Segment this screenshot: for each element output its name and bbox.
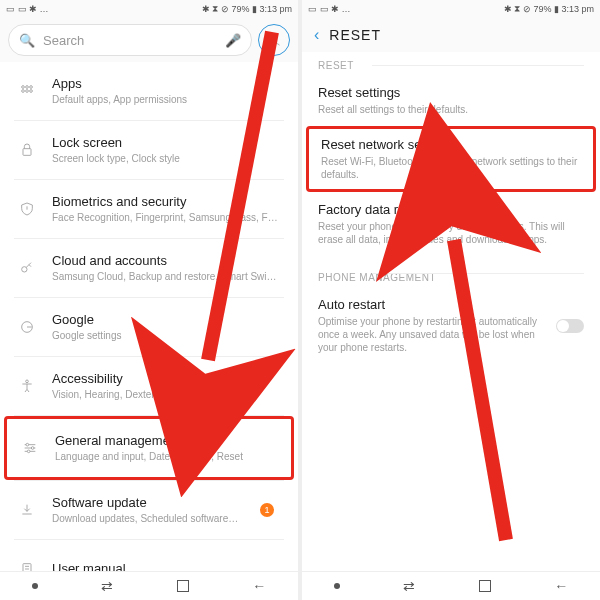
back-button[interactable]: ‹	[314, 26, 319, 44]
nav-bar: ⇄ ←	[0, 571, 298, 600]
highlight-general-management: General managementLanguage and input, Da…	[4, 416, 294, 480]
mic-icon[interactable]: 🎤	[225, 33, 241, 48]
accessibility-icon	[14, 378, 40, 394]
item-title: Accessibility	[52, 371, 284, 387]
nav-bar: ⇄ ←	[302, 571, 600, 600]
section-reset: RESET	[302, 52, 600, 75]
svg-rect-7	[23, 149, 31, 156]
sliders-icon	[17, 440, 43, 456]
settings-screen: ▭ ▭ ✱ … ✱ ⧗ ⊘ 79% ▮ 3:13 pm 🔍 Search 🎤 A…	[0, 0, 298, 600]
search-row: 🔍 Search 🎤	[0, 18, 298, 62]
item-title: Lock screen	[52, 135, 284, 151]
apps-icon	[14, 83, 40, 99]
item-sub: Default apps, App permissions	[52, 93, 284, 106]
item-sub: Reset all settings to their defaults.	[318, 103, 584, 116]
update-badge: 1	[260, 503, 274, 517]
item-sub: Google settings	[52, 329, 284, 342]
item-apps[interactable]: AppsDefault apps, App permissions	[0, 62, 298, 120]
item-sub: Screen lock type, Clock style	[52, 152, 284, 165]
item-sub: Reset your phone to its factory default …	[318, 220, 584, 246]
item-title: Biometrics and security	[52, 194, 284, 210]
nav-back-icon[interactable]: ←	[252, 578, 266, 594]
svg-point-0	[271, 35, 276, 40]
nav-dot[interactable]	[32, 583, 38, 589]
item-cloud[interactable]: Cloud and accountsSamsung Cloud, Backup …	[0, 239, 298, 297]
svg-point-12	[31, 447, 34, 450]
item-title: Auto restart	[318, 297, 544, 312]
person-icon	[266, 32, 282, 48]
item-sub: Reset Wi-Fi, Bluetooth, and other networ…	[321, 155, 581, 181]
item-lock-screen[interactable]: Lock screenScreen lock type, Clock style	[0, 121, 298, 179]
google-icon	[14, 319, 40, 335]
item-general-management[interactable]: General managementLanguage and input, Da…	[7, 419, 291, 477]
page-title: RESET	[329, 27, 381, 43]
item-title: Cloud and accounts	[52, 253, 284, 269]
shield-icon	[14, 201, 40, 217]
settings-list: AppsDefault apps, App permissions Lock s…	[0, 62, 298, 600]
status-bar: ▭ ▭ ✱ … ✱ ⧗ ⊘ 79% ▮ 3:13 pm	[0, 0, 298, 18]
key-icon	[14, 260, 40, 276]
svg-point-6	[30, 90, 33, 93]
header-bar: ‹ RESET	[302, 18, 600, 52]
nav-home-icon[interactable]	[479, 580, 491, 592]
nav-recent-icon[interactable]: ⇄	[101, 578, 113, 594]
profile-button[interactable]	[258, 24, 290, 56]
item-auto-restart[interactable]: Auto restart Optimise your phone by rest…	[302, 287, 600, 364]
item-software-update[interactable]: Software updateDownload updates, Schedul…	[0, 481, 298, 539]
item-sub: Language and input, Date and time, Reset	[55, 450, 277, 463]
search-placeholder: Search	[43, 33, 84, 48]
svg-point-2	[26, 86, 29, 89]
auto-restart-toggle[interactable]	[556, 319, 584, 333]
status-bar: ▭ ▭ ✱ … ✱ ⧗ ⊘ 79% ▮ 3:13 pm	[302, 0, 600, 18]
status-right: ✱ ⧗ ⊘ 79% ▮ 3:13 pm	[202, 4, 292, 15]
svg-point-1	[22, 86, 25, 89]
status-right: ✱ ⧗ ⊘ 79% ▮ 3:13 pm	[504, 4, 594, 15]
nav-recent-icon[interactable]: ⇄	[403, 578, 415, 594]
svg-point-11	[26, 443, 29, 446]
item-reset-settings[interactable]: Reset settings Reset all settings to the…	[302, 75, 600, 126]
svg-point-5	[26, 90, 29, 93]
search-icon: 🔍	[19, 33, 35, 48]
item-factory-reset[interactable]: Factory data reset Reset your phone to i…	[302, 192, 600, 256]
status-left: ▭ ▭ ✱ …	[308, 4, 351, 14]
item-title: Software update	[52, 495, 284, 511]
item-sub: Vision, Hearing, Dexterity and interacti…	[52, 388, 284, 401]
highlight-reset-network: Reset network settings Reset Wi-Fi, Blue…	[306, 126, 596, 192]
svg-point-3	[30, 86, 33, 89]
item-biometrics[interactable]: Biometrics and securityFace Recognition,…	[0, 180, 298, 238]
item-title: General management	[55, 433, 277, 449]
nav-back-icon[interactable]: ←	[554, 578, 568, 594]
item-title: Reset settings	[318, 85, 584, 100]
item-reset-network[interactable]: Reset network settings Reset Wi-Fi, Blue…	[309, 129, 593, 189]
item-title: Google	[52, 312, 284, 328]
item-sub: Samsung Cloud, Backup and restore, Smart…	[52, 270, 284, 283]
svg-point-8	[22, 267, 27, 272]
svg-point-4	[22, 90, 25, 93]
svg-point-13	[27, 450, 30, 453]
item-sub: Download updates, Scheduled software…	[52, 512, 284, 525]
lock-icon	[14, 142, 40, 158]
search-input[interactable]: 🔍 Search 🎤	[8, 24, 252, 56]
download-icon	[14, 502, 40, 518]
nav-home-icon[interactable]	[177, 580, 189, 592]
item-title: Factory data reset	[318, 202, 584, 217]
item-title: Apps	[52, 76, 284, 92]
nav-dot[interactable]	[334, 583, 340, 589]
item-title: Reset network settings	[321, 137, 581, 152]
section-phone-management: PHONE MANAGEMENT	[302, 256, 600, 287]
item-accessibility[interactable]: AccessibilityVision, Hearing, Dexterity …	[0, 357, 298, 415]
svg-point-10	[26, 380, 29, 383]
item-google[interactable]: GoogleGoogle settings	[0, 298, 298, 356]
status-left: ▭ ▭ ✱ …	[6, 4, 49, 14]
item-sub: Face Recognition, Fingerprint, Samsung P…	[52, 211, 284, 224]
item-sub: Optimise your phone by restarting it aut…	[318, 315, 544, 354]
reset-screen: ▭ ▭ ✱ … ✱ ⧗ ⊘ 79% ▮ 3:13 pm ‹ RESET RESE…	[302, 0, 600, 600]
